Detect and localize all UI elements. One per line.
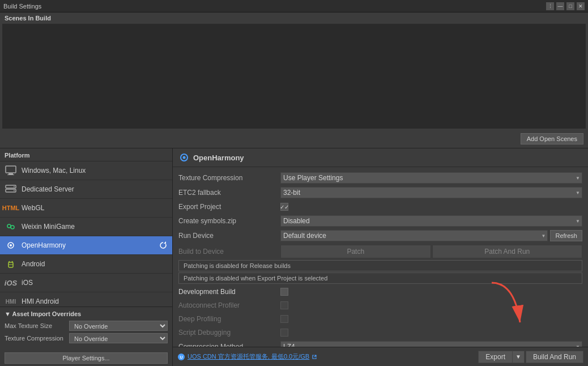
development-build-row: Development Build (173, 285, 588, 299)
svg-point-17 (183, 156, 186, 159)
run-device-row: Run Device Default device Refresh (173, 228, 588, 243)
deep-profiling-checkbox (280, 315, 288, 323)
create-symbols-zip-value: Disabled (280, 215, 582, 227)
patch-and-run-button: Patch And Run (432, 245, 583, 258)
bottom-panel: Platform Windows, Mac, Linux Dedicated S… (0, 148, 588, 366)
svg-rect-1 (8, 173, 13, 175)
ios-icon: iOS (5, 276, 17, 289)
sidebar-item-label: HMI Android (22, 297, 168, 305)
sidebar-item-android[interactable]: Android (0, 255, 172, 274)
platform-settings-icon (159, 241, 168, 250)
autoconnect-profiler-value (280, 301, 288, 309)
right-panel: OpenHarmony Texture Compression Use Play… (173, 148, 588, 366)
etc2-fallback-label: ETC2 fallback (178, 189, 280, 197)
platform-header: Platform (0, 148, 172, 161)
sidebar-item-label: Windows, Mac, Linux (22, 167, 168, 175)
autoconnect-profiler-row: Autoconnect Profiler (173, 299, 588, 312)
external-link-icon (312, 354, 317, 360)
warning-text-1: Patching is disabled for Release builds (184, 262, 291, 269)
build-and-run-button[interactable]: Build And Run (526, 351, 583, 363)
add-open-scenes-button[interactable]: Add Open Scenes (521, 133, 583, 144)
texture-compression-select[interactable]: Use Player Settings (280, 172, 582, 184)
svg-text:U: U (180, 355, 182, 359)
run-device-value: Default device Refresh (280, 230, 582, 241)
create-symbols-zip-select-wrapper: Disabled (280, 215, 582, 227)
svg-point-10 (10, 244, 12, 246)
player-settings-button[interactable]: Player Settings... (5, 352, 168, 364)
minimize-btn[interactable]: — (556, 2, 564, 10)
compression-method-label: Compression Method (178, 343, 280, 347)
script-debugging-row: Script Debugging (173, 326, 588, 339)
texture-compression-override-select[interactable]: No Override (69, 333, 168, 343)
etc2-fallback-value: 32-bit (280, 187, 582, 198)
monitor-icon (5, 164, 17, 177)
max-texture-size-select[interactable]: No Override (69, 321, 168, 331)
export-project-label: Export Project (178, 203, 280, 211)
bottom-buttons: Export ▼ Build And Run (478, 351, 583, 363)
max-texture-size-label: Max Texture Size (5, 322, 67, 329)
export-button[interactable]: Export (478, 351, 513, 363)
right-panel-content: Texture Compression Use Player Settings … (173, 167, 588, 347)
uos-cdn-link[interactable]: U UOS CDN 官方资源托管服务, 最低0.0元/GB (177, 352, 317, 361)
maximize-btn[interactable]: □ (566, 2, 574, 10)
export-btn-group: Export ▼ (478, 351, 525, 363)
texture-compression-label: Texture Compression (178, 174, 280, 182)
run-device-select[interactable]: Default device (280, 230, 548, 241)
texture-compression-override-row: Texture Compression No Override (5, 333, 168, 343)
export-dropdown-button[interactable]: ▼ (513, 351, 525, 363)
right-panel-title: OpenHarmony (193, 154, 244, 162)
sidebar-item-openharmony[interactable]: OpenHarmony (0, 236, 172, 255)
development-build-value (280, 288, 288, 296)
texture-compression-value: Use Player Settings (280, 172, 582, 184)
sidebar-item-weixin[interactable]: Weixin MiniGame (0, 218, 172, 236)
title-bar: Build Settings ⋮ — □ ✕ (0, 0, 588, 12)
sidebar-item-dedicated-server[interactable]: Dedicated Server (0, 180, 172, 199)
svg-marker-11 (164, 241, 166, 244)
warning-text-2: Patching is disabled when Export Project… (184, 275, 327, 282)
sidebar-item-windows[interactable]: Windows, Mac, Linux (0, 161, 172, 180)
sidebar-item-label: Dedicated Server (22, 185, 168, 193)
compression-method-select-wrapper: LZ4 (280, 341, 582, 347)
run-device-select-wrapper: Default device (280, 230, 548, 241)
sidebar-item-label: OpenHarmony (22, 241, 154, 249)
deep-profiling-label: Deep Profiling (178, 315, 280, 323)
harmony-icon (5, 239, 17, 252)
svg-rect-2 (7, 175, 14, 175)
run-device-label: Run Device (178, 232, 280, 240)
svg-rect-0 (6, 166, 16, 173)
texture-compression-select-wrapper: Use Player Settings (280, 172, 582, 184)
asset-overrides-title: ▼ Asset Import Overrides (5, 310, 168, 317)
export-project-checkbox[interactable]: ✓ (280, 203, 288, 211)
create-symbols-zip-select[interactable]: Disabled (280, 215, 582, 227)
development-build-checkbox[interactable] (280, 288, 288, 296)
server-icon (5, 183, 17, 195)
openharmony-panel-icon (178, 152, 190, 163)
window-title: Build Settings (3, 3, 41, 10)
build-to-device-row: Build to Device Patch Patch And Run (173, 243, 588, 260)
menu-btn[interactable]: ⋮ (546, 2, 554, 10)
build-to-device-label: Build to Device (178, 248, 280, 256)
svg-point-8 (11, 225, 14, 229)
close-btn[interactable]: ✕ (577, 2, 585, 10)
warning-banner-2: Patching is disabled when Export Project… (178, 273, 582, 284)
scenes-section: Scenes In Build Add Open Scenes (0, 12, 588, 148)
sidebar-item-label: iOS (22, 279, 168, 287)
max-texture-size-row: Max Texture Size No Override (5, 321, 168, 331)
svg-point-5 (14, 186, 15, 188)
create-symbols-zip-row: Create symbols.zip Disabled (173, 214, 588, 228)
export-project-row: Export Project ✓ (173, 200, 588, 214)
script-debugging-label: Script Debugging (178, 329, 280, 337)
refresh-button[interactable]: Refresh (550, 230, 582, 241)
sidebar-item-label: Android (22, 260, 168, 268)
sidebar-item-ios[interactable]: iOS iOS (0, 274, 172, 292)
etc2-fallback-select[interactable]: 32-bit (280, 187, 582, 198)
sidebar-item-webgl[interactable]: HTML WebGL (0, 199, 172, 218)
weixin-icon (5, 220, 17, 233)
hmi-icon: HMI (5, 295, 17, 307)
script-debugging-checkbox (280, 329, 288, 337)
main-container: Scenes In Build Add Open Scenes Platform… (0, 12, 588, 366)
platform-sidebar: Platform Windows, Mac, Linux Dedicated S… (0, 148, 173, 366)
compression-method-select[interactable]: LZ4 (280, 341, 582, 347)
deep-profiling-value (280, 315, 288, 323)
sidebar-item-hmi-android[interactable]: HMI HMI Android (0, 292, 172, 307)
